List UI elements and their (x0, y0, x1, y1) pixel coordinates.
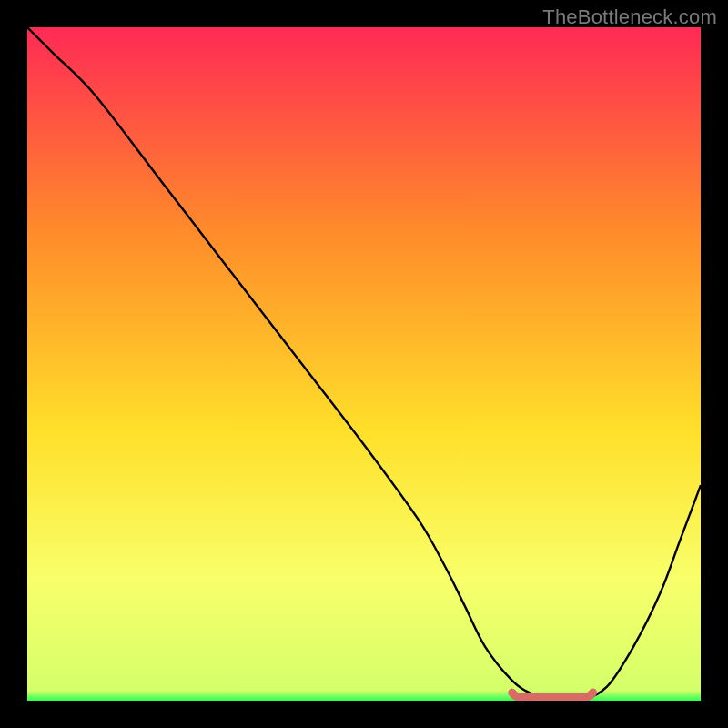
watermark-text: TheBottleneck.com (542, 5, 717, 29)
plot-area (27, 27, 701, 701)
chart-frame: TheBottleneck.com (0, 0, 728, 728)
bottleneck-chart (27, 27, 701, 701)
optimal-range-marker (512, 693, 593, 697)
gradient-background (27, 27, 701, 701)
